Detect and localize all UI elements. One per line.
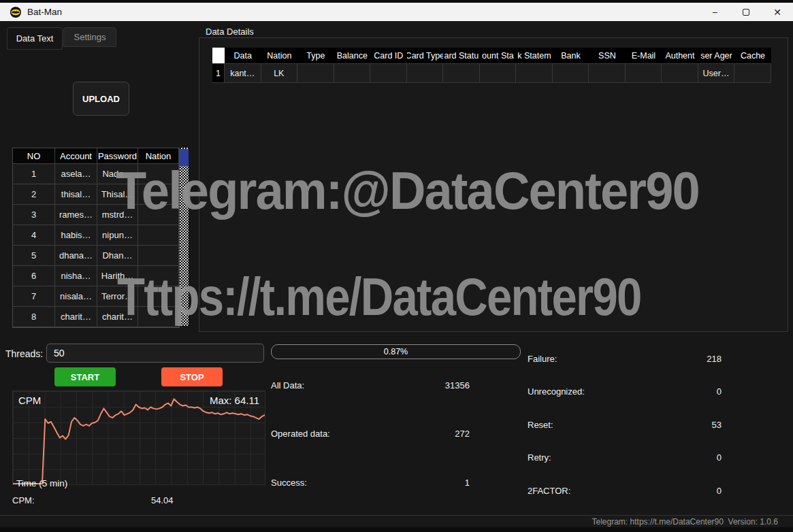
threads-input[interactable] xyxy=(46,344,264,363)
table-cell xyxy=(553,64,589,83)
stat-value: 272 xyxy=(455,429,470,439)
upload-button[interactable]: UPLOAD xyxy=(73,82,129,116)
table-cell: rames… xyxy=(55,205,97,225)
table-cell xyxy=(480,64,517,83)
column-header: ount Sta xyxy=(480,48,517,64)
table-row[interactable]: 3rames…mstrd… xyxy=(13,205,179,225)
data-details-title: Data Details xyxy=(206,27,254,37)
progress-bar: 0.87% xyxy=(271,344,521,359)
cpm-line-plot xyxy=(13,391,265,484)
table-cell xyxy=(138,184,179,205)
table-cell xyxy=(734,64,771,83)
table-cell: 8 xyxy=(13,307,55,327)
table-cell xyxy=(138,205,179,225)
column-header: NO xyxy=(13,148,55,164)
stat-value: 53 xyxy=(712,420,722,430)
start-button[interactable]: START xyxy=(54,367,116,386)
table-cell xyxy=(407,64,444,83)
table-cell xyxy=(138,286,179,307)
app-window: Bat-Man − ✕ Data Text Settings UPLOAD NO… xyxy=(0,0,793,532)
table-cell: 1 xyxy=(13,164,55,184)
table-cell: thisal… xyxy=(55,184,97,205)
table-row[interactable]: 1asela…Nade… xyxy=(13,164,179,184)
stat-label: Unrecognized: xyxy=(528,386,585,397)
table-cell: User… xyxy=(698,64,735,83)
column-header: ser Ager xyxy=(698,48,735,64)
table-row[interactable]: 2thisal…Thisal… xyxy=(13,184,179,205)
column-header: SSN xyxy=(589,48,626,64)
stat-label: Reset: xyxy=(528,420,553,430)
column-header: Authent xyxy=(662,48,698,64)
maximize-button[interactable] xyxy=(730,3,762,21)
table-cell: nisha… xyxy=(55,266,97,286)
stat-row: All Data:31356 xyxy=(271,380,470,390)
table-cell: Thisal… xyxy=(97,184,138,205)
stat-value: 31356 xyxy=(445,380,470,390)
table-row[interactable]: 1kant…LKUser… xyxy=(212,64,771,83)
stat-value: 0 xyxy=(717,386,722,397)
column-header: Balance xyxy=(334,48,371,64)
column-header: Cache xyxy=(734,48,771,64)
stat-row: Operated data:272 xyxy=(271,429,470,439)
table-row[interactable]: 6nisha…Harith… xyxy=(13,266,179,286)
table-cell xyxy=(138,164,179,184)
window-controls: − ✕ xyxy=(699,3,793,21)
close-button[interactable]: ✕ xyxy=(762,3,793,21)
corner-cell xyxy=(212,48,225,64)
table-row[interactable]: 7nisala…Terror… xyxy=(13,286,179,307)
table-cell: 3 xyxy=(13,205,55,225)
table-cell xyxy=(589,64,626,83)
row-number-cell: 1 xyxy=(212,64,225,83)
stat-value: 1 xyxy=(465,478,470,488)
column-header: Type xyxy=(297,48,334,64)
statusbar: Telegram: https://t.me/DataCenter90 Vers… xyxy=(0,515,793,527)
table-row[interactable]: 5dhana…Dhan… xyxy=(13,246,179,266)
stat-label: All Data: xyxy=(271,380,304,390)
table-cell xyxy=(443,64,480,83)
tab-settings[interactable]: Settings xyxy=(63,27,116,47)
scrollbar-thumb[interactable] xyxy=(180,149,189,166)
table-cell: LK xyxy=(261,64,298,83)
table-cell: 2 xyxy=(13,184,55,205)
tab-data-text[interactable]: Data Text xyxy=(7,27,63,50)
table-cell: habis… xyxy=(55,225,97,246)
cpm-chart: CPM Max: 64.11 xyxy=(12,390,265,485)
table-cell: Nade… xyxy=(97,164,138,184)
table-cell xyxy=(138,246,179,266)
data-details-table: DataNationTypeBalanceCard IDCard Typeard… xyxy=(212,48,771,83)
stat-label: 2FACTOR: xyxy=(528,486,570,496)
data-details-header: DataNationTypeBalanceCard IDCard Typeard… xyxy=(212,48,771,64)
stop-button[interactable]: STOP xyxy=(161,367,223,386)
column-header: Nation xyxy=(138,148,179,164)
table-cell: charit… xyxy=(97,307,138,327)
maximize-icon xyxy=(743,9,749,16)
table-cell: 4 xyxy=(13,225,55,246)
stat-label: Operated data: xyxy=(271,429,330,439)
table-cell xyxy=(297,64,334,83)
cpm-current-label: CPM: xyxy=(12,495,35,505)
table-row[interactable]: 8charit…charit… xyxy=(13,307,179,327)
table-cell xyxy=(138,266,179,286)
column-header: Nation xyxy=(261,48,298,64)
column-header: ard Statu xyxy=(443,48,480,64)
window-title: Bat-Man xyxy=(27,7,62,17)
accounts-table-header: NOAccountPasswordNation xyxy=(13,148,179,164)
cpm-series-line xyxy=(13,399,265,484)
titlebar: Bat-Man − ✕ xyxy=(0,3,793,21)
column-header: Bank xyxy=(553,48,589,64)
column-header: Data xyxy=(225,48,261,64)
accounts-table-scrollbar[interactable] xyxy=(180,148,189,326)
table-cell: 7 xyxy=(13,286,55,307)
column-header: Password xyxy=(97,148,138,164)
table-cell xyxy=(626,64,662,83)
cpm-current-value: 54.04 xyxy=(151,495,174,505)
accounts-table: NOAccountPasswordNation1asela…Nade…2this… xyxy=(12,148,180,328)
table-cell xyxy=(334,64,371,83)
column-header: E-Mail xyxy=(626,48,662,64)
table-cell xyxy=(662,64,698,83)
table-row[interactable]: 4habis…nipun… xyxy=(13,225,179,246)
table-cell: kant… xyxy=(225,64,261,83)
stat-label: Success: xyxy=(271,478,307,488)
stat-label: Retry: xyxy=(528,452,551,463)
minimize-button[interactable]: − xyxy=(699,3,730,21)
